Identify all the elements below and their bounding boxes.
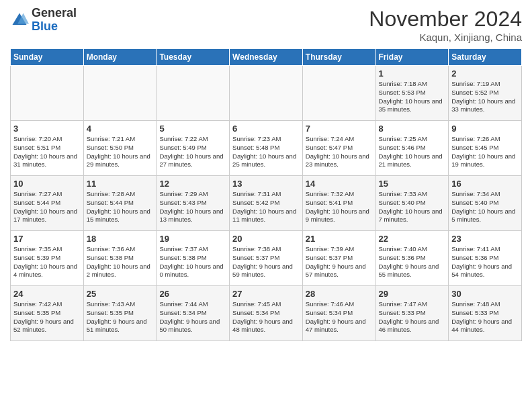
day-number: 7 — [306, 124, 373, 134]
day-info: Sunrise: 7:44 AM Sunset: 5:34 PM Dayligh… — [159, 300, 226, 334]
day-info: Sunrise: 7:26 AM Sunset: 5:45 PM Dayligh… — [451, 135, 519, 169]
day-number: 16 — [451, 179, 519, 189]
cell-week3-day1: 11Sunrise: 7:28 AM Sunset: 5:44 PM Dayli… — [83, 176, 157, 231]
day-number: 28 — [306, 289, 373, 299]
week-row-4: 17Sunrise: 7:35 AM Sunset: 5:39 PM Dayli… — [11, 231, 522, 286]
cell-week1-day6: 2Sunrise: 7:19 AM Sunset: 5:52 PM Daylig… — [449, 66, 522, 121]
cell-week2-day3: 6Sunrise: 7:23 AM Sunset: 5:48 PM Daylig… — [230, 121, 303, 176]
cell-week3-day0: 10Sunrise: 7:27 AM Sunset: 5:44 PM Dayli… — [11, 176, 84, 231]
day-info: Sunrise: 7:38 AM Sunset: 5:37 PM Dayligh… — [232, 245, 300, 279]
day-info: Sunrise: 7:22 AM Sunset: 5:49 PM Dayligh… — [159, 135, 226, 169]
week-row-1: 1Sunrise: 7:18 AM Sunset: 5:53 PM Daylig… — [11, 66, 522, 121]
cell-week5-day5: 29Sunrise: 7:47 AM Sunset: 5:33 PM Dayli… — [375, 286, 449, 341]
day-info: Sunrise: 7:24 AM Sunset: 5:47 PM Dayligh… — [306, 135, 373, 169]
day-number: 12 — [159, 179, 226, 189]
cell-week2-day1: 4Sunrise: 7:21 AM Sunset: 5:50 PM Daylig… — [83, 121, 157, 176]
day-info: Sunrise: 7:36 AM Sunset: 5:38 PM Dayligh… — [87, 245, 154, 279]
day-info: Sunrise: 7:29 AM Sunset: 5:43 PM Dayligh… — [159, 190, 226, 224]
day-number: 27 — [232, 289, 300, 299]
month-title: November 2024 — [369, 7, 522, 32]
day-info: Sunrise: 7:18 AM Sunset: 5:53 PM Dayligh… — [379, 80, 446, 114]
cell-week5-day2: 26Sunrise: 7:44 AM Sunset: 5:34 PM Dayli… — [157, 286, 230, 341]
day-info: Sunrise: 7:47 AM Sunset: 5:33 PM Dayligh… — [379, 300, 446, 334]
day-number: 14 — [306, 179, 373, 189]
day-number: 22 — [379, 234, 446, 244]
cell-week1-day0 — [11, 66, 84, 121]
day-number: 26 — [159, 289, 226, 299]
cell-week4-day5: 22Sunrise: 7:40 AM Sunset: 5:36 PM Dayli… — [375, 231, 449, 286]
day-number: 21 — [306, 234, 373, 244]
cell-week3-day4: 14Sunrise: 7:32 AM Sunset: 5:41 PM Dayli… — [302, 176, 375, 231]
cell-week2-day0: 3Sunrise: 7:20 AM Sunset: 5:51 PM Daylig… — [11, 121, 84, 176]
day-info: Sunrise: 7:28 AM Sunset: 5:44 PM Dayligh… — [87, 190, 154, 224]
day-number: 29 — [379, 289, 446, 299]
day-info: Sunrise: 7:25 AM Sunset: 5:46 PM Dayligh… — [379, 135, 446, 169]
day-number: 23 — [451, 234, 519, 244]
cell-week4-day3: 20Sunrise: 7:38 AM Sunset: 5:37 PM Dayli… — [230, 231, 303, 286]
day-number: 17 — [13, 234, 81, 244]
day-info: Sunrise: 7:20 AM Sunset: 5:51 PM Dayligh… — [13, 135, 81, 169]
cell-week5-day4: 28Sunrise: 7:46 AM Sunset: 5:34 PM Dayli… — [302, 286, 375, 341]
cell-week1-day5: 1Sunrise: 7:18 AM Sunset: 5:53 PM Daylig… — [375, 66, 449, 121]
cell-week3-day5: 15Sunrise: 7:33 AM Sunset: 5:40 PM Dayli… — [375, 176, 449, 231]
day-number: 4 — [87, 124, 154, 134]
calendar-table: Sunday Monday Tuesday Wednesday Thursday… — [10, 48, 522, 341]
cell-week3-day3: 13Sunrise: 7:31 AM Sunset: 5:42 PM Dayli… — [230, 176, 303, 231]
page-header: General Blue November 2024 Kaqun, Xinjia… — [10, 7, 522, 43]
logo-blue: Blue — [32, 19, 58, 33]
cell-week3-day2: 12Sunrise: 7:29 AM Sunset: 5:43 PM Dayli… — [157, 176, 230, 231]
location: Kaqun, Xinjiang, China — [369, 32, 522, 43]
day-info: Sunrise: 7:42 AM Sunset: 5:35 PM Dayligh… — [13, 300, 81, 334]
calendar-body: 1Sunrise: 7:18 AM Sunset: 5:53 PM Daylig… — [11, 66, 522, 341]
cell-week1-day2 — [157, 66, 230, 121]
col-friday: Friday — [375, 49, 449, 66]
day-info: Sunrise: 7:43 AM Sunset: 5:35 PM Dayligh… — [87, 300, 154, 334]
logo-general: General — [32, 6, 77, 19]
cell-week5-day6: 30Sunrise: 7:48 AM Sunset: 5:33 PM Dayli… — [449, 286, 522, 341]
day-info: Sunrise: 7:45 AM Sunset: 5:34 PM Dayligh… — [232, 300, 300, 334]
cell-week2-day5: 8Sunrise: 7:25 AM Sunset: 5:46 PM Daylig… — [375, 121, 449, 176]
day-number: 24 — [13, 289, 81, 299]
day-number: 15 — [379, 179, 446, 189]
cell-week3-day6: 16Sunrise: 7:34 AM Sunset: 5:40 PM Dayli… — [449, 176, 522, 231]
day-info: Sunrise: 7:41 AM Sunset: 5:36 PM Dayligh… — [451, 245, 519, 279]
col-wednesday: Wednesday — [230, 49, 303, 66]
day-number: 9 — [451, 124, 519, 134]
cell-week5-day1: 25Sunrise: 7:43 AM Sunset: 5:35 PM Dayli… — [83, 286, 157, 341]
cell-week4-day4: 21Sunrise: 7:39 AM Sunset: 5:37 PM Dayli… — [302, 231, 375, 286]
day-number: 18 — [87, 234, 154, 244]
day-number: 20 — [232, 234, 300, 244]
col-monday: Monday — [83, 49, 157, 66]
day-number: 8 — [379, 124, 446, 134]
day-number: 5 — [159, 124, 226, 134]
day-number: 19 — [159, 234, 226, 244]
cell-week2-day6: 9Sunrise: 7:26 AM Sunset: 5:45 PM Daylig… — [449, 121, 522, 176]
day-info: Sunrise: 7:39 AM Sunset: 5:37 PM Dayligh… — [306, 245, 373, 279]
calendar-header: Sunday Monday Tuesday Wednesday Thursday… — [11, 49, 522, 66]
col-sunday: Sunday — [11, 49, 84, 66]
cell-week4-day2: 19Sunrise: 7:37 AM Sunset: 5:38 PM Dayli… — [157, 231, 230, 286]
cell-week1-day4 — [302, 66, 375, 121]
cell-week4-day1: 18Sunrise: 7:36 AM Sunset: 5:38 PM Dayli… — [83, 231, 157, 286]
day-info: Sunrise: 7:27 AM Sunset: 5:44 PM Dayligh… — [13, 190, 81, 224]
cell-week5-day0: 24Sunrise: 7:42 AM Sunset: 5:35 PM Dayli… — [11, 286, 84, 341]
day-info: Sunrise: 7:34 AM Sunset: 5:40 PM Dayligh… — [451, 190, 519, 224]
day-number: 2 — [451, 68, 519, 79]
day-info: Sunrise: 7:21 AM Sunset: 5:50 PM Dayligh… — [87, 135, 154, 169]
col-tuesday: Tuesday — [157, 49, 230, 66]
day-number: 6 — [232, 124, 300, 134]
day-info: Sunrise: 7:31 AM Sunset: 5:42 PM Dayligh… — [232, 190, 300, 224]
cell-week1-day3 — [230, 66, 303, 121]
day-info: Sunrise: 7:46 AM Sunset: 5:34 PM Dayligh… — [306, 300, 373, 334]
day-info: Sunrise: 7:32 AM Sunset: 5:41 PM Dayligh… — [306, 190, 373, 224]
day-number: 3 — [13, 124, 81, 134]
day-info: Sunrise: 7:37 AM Sunset: 5:38 PM Dayligh… — [159, 245, 226, 279]
day-number: 10 — [13, 179, 81, 189]
day-number: 1 — [379, 68, 446, 79]
page-container: General Blue November 2024 Kaqun, Xinjia… — [0, 0, 532, 348]
day-number: 25 — [87, 289, 154, 299]
day-number: 30 — [451, 289, 519, 299]
cell-week4-day0: 17Sunrise: 7:35 AM Sunset: 5:39 PM Dayli… — [11, 231, 84, 286]
logo: General Blue — [10, 7, 77, 34]
cell-week2-day2: 5Sunrise: 7:22 AM Sunset: 5:49 PM Daylig… — [157, 121, 230, 176]
